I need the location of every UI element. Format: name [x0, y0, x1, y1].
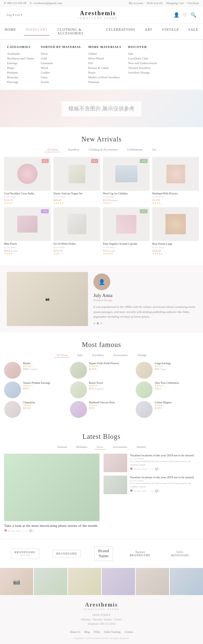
famous-img[interactable] — [70, 401, 87, 418]
blog-side-title: Vacation locations of the year 2018 not … — [130, 454, 199, 458]
search-icon[interactable]: 🔍 — [190, 12, 196, 18]
mega-item[interactable]: Armbands — [7, 51, 34, 56]
mega-item[interactable]: Felt — [88, 61, 121, 65]
mega-item[interactable]: Wood — [41, 65, 81, 70]
dot-1[interactable] — [93, 322, 95, 324]
mf-filter-sale[interactable]: Sale — [75, 353, 85, 358]
wishlist-link[interactable]: Wish List (0) — [146, 1, 163, 5]
famous-img[interactable] — [136, 381, 153, 398]
instagram-item[interactable] — [68, 568, 101, 595]
mega-item[interactable]: Piercings — [7, 80, 34, 84]
mega-item[interactable]: Gemstone — [41, 61, 81, 65]
comment-icon[interactable]: 💬 — [29, 530, 32, 532]
product-name: Elastic Unicorn Teapot Set — [53, 192, 100, 195]
mega-item[interactable]: Earrings — [7, 61, 34, 65]
instagram-item[interactable]: 📷 — [0, 568, 33, 595]
famous-img[interactable] — [4, 362, 21, 379]
checkout-link[interactable]: Checkout — [187, 1, 199, 5]
mega-item[interactable]: LoveDeals Club — [128, 56, 157, 61]
mega-item[interactable]: Kawaii & Candy — [88, 65, 121, 70]
blog-filter-interior[interactable]: Interior — [135, 445, 148, 450]
famous-img[interactable] — [4, 381, 21, 398]
language-selector[interactable]: Eng — [7, 13, 12, 17]
mega-item[interactable]: Themed Jewellery — [128, 65, 157, 70]
mega-item[interactable]: Textile — [41, 80, 81, 84]
filter-celebrations[interactable]: Celebrations — [125, 147, 145, 152]
footer-link-about[interactable]: About Us — [70, 630, 81, 634]
famous-img[interactable] — [70, 362, 87, 379]
instagram-item[interactable] — [136, 568, 169, 595]
mf-filter-vintage[interactable]: Vintage — [135, 353, 149, 358]
mega-item[interactable]: Pendants — [7, 70, 34, 75]
blog-main-image[interactable] — [4, 454, 99, 521]
site-logo[interactable]: Aresthemis JEWELLERY STORE — [22, 10, 174, 20]
famous-img[interactable] — [4, 401, 21, 418]
mega-item[interactable]: Silver — [41, 51, 81, 56]
blog-filter-tutorial[interactable]: Tutorial — [55, 445, 69, 450]
heart-icon[interactable]: ♡ — [183, 12, 187, 18]
footer-logo[interactable]: Aresthemis — [7, 602, 196, 608]
instagram-item[interactable] — [34, 568, 67, 595]
dot-2[interactable] — [97, 322, 99, 324]
famous-img[interactable] — [70, 381, 87, 398]
mega-col-more: MORE MATERIALS Gilded Silver Plated Felt… — [88, 45, 121, 84]
lang-currency[interactable]: Eng ▾ Usd ▾ — [7, 13, 22, 17]
instagram-item[interactable] — [170, 568, 203, 595]
mega-item[interactable]: Gold — [41, 56, 81, 61]
heart-icon[interactable]: ♡ — [23, 530, 25, 532]
product-image[interactable] — [152, 207, 199, 241]
product-image[interactable] — [152, 157, 199, 191]
brand-logo[interactable]: BRANDNAME — [52, 550, 81, 558]
brand-logo[interactable]: Taylore BRANDNAME — [126, 548, 154, 559]
mega-item[interactable]: New and Undiscovered — [128, 61, 157, 65]
mf-filter-jewellery[interactable]: Jewellery — [90, 353, 106, 358]
blog-filter-accessories[interactable]: Accessories — [111, 445, 129, 450]
filter-jewellery[interactable]: Jewellery — [66, 147, 81, 152]
filter-art[interactable]: Art — [150, 147, 158, 152]
blog-filter-holidays[interactable]: Holidays — [74, 445, 90, 450]
mega-item[interactable]: Necklaces and Chains — [7, 56, 34, 61]
footer-link-tracking[interactable]: Order Tracking — [104, 630, 120, 634]
mega-item[interactable]: Silver Plated — [88, 56, 121, 61]
mf-filter-accessories[interactable]: Accessories — [111, 353, 130, 358]
mega-item[interactable]: Rings — [7, 65, 34, 70]
currency-selector[interactable]: Usd — [15, 13, 20, 17]
mega-item[interactable]: Mother of Pearl Jewellery — [88, 75, 121, 80]
mega-item[interactable]: Jewellery Storage — [128, 70, 157, 75]
famous-img[interactable] — [136, 362, 153, 379]
product-image[interactable] — [53, 207, 100, 241]
mega-col-discover: DISCOVER Sale LoveDeals Club New and Und… — [128, 45, 157, 84]
blog-side-image[interactable] — [104, 454, 127, 472]
cart-link[interactable]: Shopping Cart — [166, 1, 184, 5]
nav-art[interactable]: Art — [143, 27, 154, 36]
brand-logo[interactable]: BrandName — [94, 546, 113, 561]
brand-logo[interactable]: ItaliaBRANDNAME — [167, 548, 193, 559]
nav-vintage[interactable]: Vintage — [160, 27, 180, 36]
brand-logo[interactable]: BRANDNAME TAGLINE — [11, 548, 39, 559]
mega-item[interactable]: Brooches — [7, 75, 34, 80]
mega-item[interactable]: Leather — [41, 70, 81, 75]
mf-filter-all[interactable]: All Items — [54, 353, 70, 358]
footer-link-contact[interactable]: Contact — [125, 630, 133, 634]
mega-item[interactable]: Pearls — [88, 70, 121, 75]
nav-home[interactable]: Home — [3, 27, 17, 36]
mega-item[interactable]: Platinum — [88, 80, 121, 84]
user-icon[interactable]: 👤 — [174, 12, 179, 18]
famous-img[interactable] — [136, 401, 153, 418]
filter-all[interactable]: All Items — [45, 147, 60, 152]
mega-item[interactable]: Gilded — [88, 51, 121, 56]
my-account-link[interactable]: My account — [129, 1, 143, 5]
filter-clothing[interactable]: Clothing & Accessories — [87, 147, 120, 152]
mega-item[interactable]: Glass — [41, 75, 81, 80]
instagram-item[interactable] — [102, 568, 135, 595]
blog-side-image[interactable] — [104, 476, 127, 494]
footer-link-blog[interactable]: Blog — [84, 630, 90, 634]
nav-clothing[interactable]: Clothing & Accessories — [56, 27, 98, 36]
nav-jewellery[interactable]: Jewellery — [24, 27, 49, 36]
mega-item[interactable]: Sale — [128, 51, 157, 56]
nav-sale[interactable]: Sale — [187, 27, 200, 36]
dot-3[interactable] — [100, 322, 102, 324]
footer-link-faqs[interactable]: FAQs — [94, 630, 100, 634]
nav-celebrations[interactable]: Celebrations — [105, 27, 137, 36]
blog-filter-ideas[interactable]: Ideas — [95, 445, 105, 450]
